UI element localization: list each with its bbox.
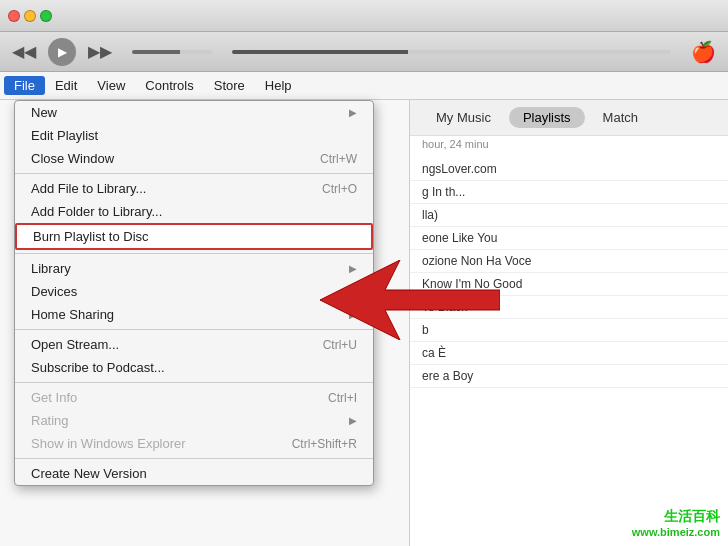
menu-bar: File Edit View Controls Store Help <box>0 72 728 100</box>
divider-2 <box>15 253 373 254</box>
shortcut-add-file: Ctrl+O <box>322 182 357 196</box>
menu-controls[interactable]: Controls <box>135 76 203 95</box>
menu-item-close-window[interactable]: Close Window Ctrl+W <box>15 147 373 170</box>
shortcut-close: Ctrl+W <box>320 152 357 166</box>
prev-button[interactable]: ◀◀ <box>12 42 36 61</box>
file-menu-dropdown[interactable]: New ▶ Edit Playlist Close Window Ctrl+W … <box>14 100 374 486</box>
submenu-arrow-library: ▶ <box>349 263 357 274</box>
menu-item-devices[interactable]: Devices ▶ <box>15 280 373 303</box>
list-item[interactable]: Know I'm No Good <box>410 273 728 296</box>
menu-edit[interactable]: Edit <box>45 76 87 95</box>
minimize-button[interactable] <box>24 10 36 22</box>
submenu-arrow-new: ▶ <box>349 107 357 118</box>
menu-help[interactable]: Help <box>255 76 302 95</box>
playlist-info: hour, 24 minu <box>410 136 728 154</box>
apple-logo: 🍎 <box>691 40 716 64</box>
menu-item-add-folder[interactable]: Add Folder to Library... <box>15 200 373 223</box>
volume-slider[interactable] <box>132 50 212 54</box>
progress-bar[interactable] <box>232 50 671 54</box>
menu-item-show-in-explorer: Show in Windows Explorer Ctrl+Shift+R <box>15 432 373 455</box>
close-button[interactable] <box>8 10 20 22</box>
menu-item-home-sharing[interactable]: Home Sharing ▶ <box>15 303 373 326</box>
shortcut-show-in-explorer: Ctrl+Shift+R <box>292 437 357 451</box>
next-button[interactable]: ▶▶ <box>88 42 112 61</box>
tab-bar: My Music Playlists Match <box>410 100 728 136</box>
tab-my-music[interactable]: My Music <box>422 107 505 128</box>
list-item[interactable]: lla) <box>410 204 728 227</box>
playback-bar: ◀◀ ▶ ▶▶ 🍎 <box>0 32 728 72</box>
divider-5 <box>15 458 373 459</box>
menu-item-subscribe-podcast[interactable]: Subscribe to Podcast... <box>15 356 373 379</box>
menu-item-burn-playlist[interactable]: Burn Playlist to Disc <box>15 223 373 250</box>
menu-item-add-file[interactable]: Add File to Library... Ctrl+O <box>15 177 373 200</box>
list-item[interactable]: b <box>410 319 728 342</box>
menu-item-edit-playlist[interactable]: Edit Playlist <box>15 124 373 147</box>
tab-playlists[interactable]: Playlists <box>509 107 585 128</box>
divider-3 <box>15 329 373 330</box>
menu-item-get-info: Get Info Ctrl+I <box>15 386 373 409</box>
tab-match[interactable]: Match <box>589 107 652 128</box>
submenu-arrow-rating: ▶ <box>349 415 357 426</box>
list-item[interactable]: eone Like You <box>410 227 728 250</box>
shortcut-open-stream: Ctrl+U <box>323 338 357 352</box>
menu-store[interactable]: Store <box>204 76 255 95</box>
menu-item-open-stream[interactable]: Open Stream... Ctrl+U <box>15 333 373 356</box>
list-item[interactable]: To Black <box>410 296 728 319</box>
list-item[interactable]: ere a Boy <box>410 365 728 388</box>
divider-4 <box>15 382 373 383</box>
menu-item-rating: Rating ▶ <box>15 409 373 432</box>
song-list: ngsLover.com g In th... lla) eone Like Y… <box>410 154 728 392</box>
divider-1 <box>15 173 373 174</box>
play-button[interactable]: ▶ <box>48 38 76 66</box>
maximize-button[interactable] <box>40 10 52 22</box>
shortcut-get-info: Ctrl+I <box>328 391 357 405</box>
menu-file[interactable]: File <box>4 76 45 95</box>
menu-item-create-new-version[interactable]: Create New Version <box>15 462 373 485</box>
right-panel: My Music Playlists Match hour, 24 minu n… <box>410 100 728 546</box>
submenu-arrow-devices: ▶ <box>349 286 357 297</box>
submenu-arrow-home-sharing: ▶ <box>349 309 357 320</box>
list-item[interactable]: g In th... <box>410 181 728 204</box>
menu-view[interactable]: View <box>87 76 135 95</box>
window-controls[interactable] <box>8 10 52 22</box>
list-item[interactable]: ngsLover.com <box>410 158 728 181</box>
list-item[interactable]: ca È <box>410 342 728 365</box>
main-area: My Music Playlists Match hour, 24 minu n… <box>0 100 728 546</box>
menu-item-library[interactable]: Library ▶ <box>15 257 373 280</box>
menu-item-new[interactable]: New ▶ <box>15 101 373 124</box>
title-bar <box>0 0 728 32</box>
list-item[interactable]: ozione Non Ha Voce <box>410 250 728 273</box>
